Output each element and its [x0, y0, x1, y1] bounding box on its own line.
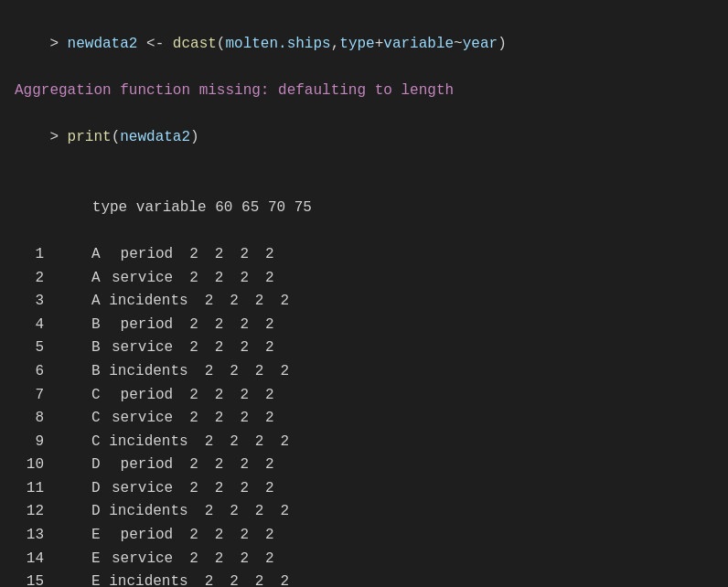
- col-variable: incidents: [109, 290, 187, 314]
- col-65: 2: [207, 267, 223, 291]
- col-variable: service: [109, 336, 173, 360]
- col-75: 2: [273, 500, 289, 524]
- col-type: C: [53, 384, 101, 408]
- col-70: 2: [247, 571, 263, 587]
- col-60: 2: [182, 384, 198, 408]
- table-body: 1 A period 2 2 2 22 A service 2 2 2 23 A…: [15, 243, 713, 587]
- col-variable: incidents: [109, 431, 187, 454]
- col-variable: period: [109, 524, 173, 548]
- col-type: A: [53, 290, 101, 314]
- col-65: 2: [222, 360, 239, 384]
- col-60: 2: [182, 407, 198, 431]
- table-row: 14 E service 2 2 2 2: [15, 548, 713, 571]
- col-variable: service: [109, 477, 173, 501]
- col-75: 2: [258, 384, 274, 408]
- col-70: 2: [247, 500, 263, 524]
- arg-molten: molten.ships: [225, 36, 330, 52]
- prompt-arrow-1: >: [49, 36, 67, 52]
- table-row: 15 E incidents 2 2 2 2: [15, 571, 713, 587]
- table-row: 8 C service 2 2 2 2: [15, 407, 713, 431]
- paren-close-1: ): [498, 36, 507, 52]
- col-type: A: [53, 243, 101, 267]
- col-60: 2: [182, 243, 198, 267]
- table-row: 3 A incidents 2 2 2 2: [15, 290, 713, 314]
- col-65: 2: [207, 477, 223, 501]
- col-75: 2: [273, 431, 289, 454]
- col-75: 2: [273, 360, 289, 384]
- col-60: 2: [197, 290, 213, 314]
- col-75: 2: [258, 524, 274, 548]
- col-60: 2: [182, 454, 198, 477]
- col-65: 2: [222, 290, 239, 314]
- col-type: B: [53, 314, 101, 337]
- col-70: 2: [232, 407, 249, 431]
- row-number: 13: [18, 524, 44, 548]
- col-75: 2: [258, 314, 274, 337]
- var-newdata2: newdata2: [68, 36, 138, 52]
- col-70: 2: [232, 477, 249, 501]
- col-60: 2: [182, 548, 198, 571]
- table-row: 6 B incidents 2 2 2 2: [15, 360, 713, 384]
- col-60: 2: [182, 314, 198, 337]
- col-60: 2: [182, 336, 198, 360]
- command-line-1: > newdata2 <- dcast(molten.ships,type+va…: [15, 9, 713, 80]
- table-header-row: type variable 60 65 70 75: [15, 173, 713, 243]
- row-number: 7: [18, 384, 44, 408]
- col-75: 2: [258, 548, 274, 571]
- arg-formula: type: [339, 36, 374, 52]
- col-70: 2: [232, 524, 249, 548]
- console-output: > newdata2 <- dcast(molten.ships,type+va…: [15, 9, 713, 587]
- col-65: 2: [207, 336, 223, 360]
- col-65: 2: [222, 431, 239, 454]
- table-row: 4 B period 2 2 2 2: [15, 314, 713, 337]
- warning-line: Aggregation function missing: defaulting…: [15, 80, 713, 103]
- col-70: 2: [232, 243, 249, 267]
- plus-op: +: [375, 36, 384, 52]
- col-type: C: [53, 407, 101, 431]
- col-60: 2: [197, 360, 213, 384]
- paren-close-2: ): [190, 129, 199, 145]
- col-70: 2: [247, 290, 263, 314]
- table-row: 13 E period 2 2 2 2: [15, 524, 713, 548]
- col-variable: incidents: [109, 571, 187, 587]
- col-type: C: [53, 431, 101, 454]
- row-number: 6: [18, 360, 44, 384]
- table-row: 2 A service 2 2 2 2: [15, 267, 713, 291]
- col-70: 2: [232, 384, 249, 408]
- row-number: 3: [18, 290, 44, 314]
- col-65: 2: [207, 524, 223, 548]
- table-row: 9 C incidents 2 2 2 2: [15, 431, 713, 454]
- col-60: 2: [197, 571, 213, 587]
- row-number: 8: [18, 407, 44, 431]
- assign-op: <-: [137, 36, 172, 52]
- col-65: 2: [207, 454, 223, 477]
- table-row: 12 D incidents 2 2 2 2: [15, 500, 713, 524]
- col-75: 2: [258, 267, 274, 291]
- col-65: 2: [207, 314, 223, 337]
- col-70: 2: [232, 336, 249, 360]
- col-75: 2: [258, 243, 274, 267]
- col-70: 2: [232, 267, 249, 291]
- col-60: 2: [182, 524, 198, 548]
- col-variable: service: [109, 267, 173, 291]
- col-65: 2: [207, 548, 223, 571]
- col-70: 2: [232, 454, 249, 477]
- func-dcast: dcast: [173, 36, 217, 52]
- col-75: 2: [258, 407, 274, 431]
- col-variable: period: [109, 454, 173, 477]
- col-70: 2: [247, 360, 263, 384]
- col-75: 2: [258, 336, 274, 360]
- col-type: E: [53, 571, 101, 587]
- col-variable: incidents: [109, 360, 187, 384]
- col-65: 2: [222, 500, 239, 524]
- row-number: 4: [18, 314, 44, 337]
- row-number: 2: [18, 267, 44, 291]
- col-variable: service: [109, 548, 173, 571]
- tilde: ~: [454, 36, 463, 52]
- col-type: B: [53, 360, 101, 384]
- row-number: 10: [18, 454, 44, 477]
- command-line-2: > print(newdata2): [15, 102, 713, 173]
- row-number: 15: [18, 571, 44, 587]
- table-row: 11 D service 2 2 2 2: [15, 477, 713, 501]
- row-number: 14: [18, 548, 44, 571]
